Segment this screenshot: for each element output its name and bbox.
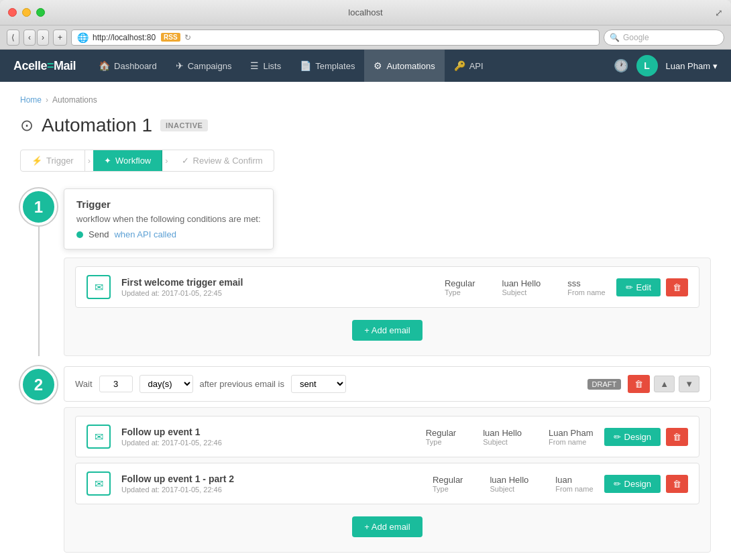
delete-button-1[interactable]: 🗑 xyxy=(666,278,688,296)
campaigns-icon: ✈ xyxy=(176,60,184,71)
add-email-button-2[interactable]: + Add email xyxy=(352,516,422,537)
trigger-popup: Trigger workflow when the following cond… xyxy=(64,188,274,249)
search-bar[interactable]: 🔍 Google xyxy=(604,30,724,46)
step-review[interactable]: ✓ Review & Confirm xyxy=(171,150,274,171)
rss-badge: RSS xyxy=(161,33,180,42)
section-2-emails-block: ✉ Follow up event 1 Updated at: 2017-01-… xyxy=(64,407,711,553)
search-placeholder: Google xyxy=(623,33,649,42)
email-meta-2-2: Regular Type luan Hello Subject luan Fro… xyxy=(433,475,594,493)
step-arrow-1: › xyxy=(85,156,93,166)
minimize-button[interactable] xyxy=(22,8,31,17)
status-dot xyxy=(76,231,83,238)
automations-icon: ⚙ xyxy=(374,60,382,71)
url-text: http://localhost:80 xyxy=(93,33,156,42)
address-bar: ⟨ ‹ › + 🌐 http://localhost:80 RSS ↻ 🔍 Go… xyxy=(0,25,731,50)
window-controls[interactable] xyxy=(8,8,45,17)
section-2: 2 Wait day(s) hour(s) after previous ema… xyxy=(20,366,711,553)
email-name-1: First welcome trigger email xyxy=(121,277,434,288)
section-2-content: Wait day(s) hour(s) after previous email… xyxy=(64,366,711,553)
main-content: Home › Automations ⊙ Automation 1 INACTI… xyxy=(0,82,731,560)
nav-dashboard-label: Dashboard xyxy=(114,61,157,71)
user-menu[interactable]: Luan Pham ▾ xyxy=(666,61,718,71)
lock-icon: 🌐 xyxy=(77,32,89,43)
add-email-container-2: + Add email xyxy=(75,510,699,544)
lists-icon: ☰ xyxy=(250,60,259,71)
nav-automations-label: Automations xyxy=(386,61,435,71)
nav-next-button[interactable]: › xyxy=(37,30,49,46)
page-title: Automation 1 xyxy=(42,115,152,136)
add-email-button-1[interactable]: + Add email xyxy=(352,320,422,341)
nav-api[interactable]: 🔑 API xyxy=(445,50,493,82)
status-select[interactable]: sent opened xyxy=(291,375,346,393)
email-info-2-2: Follow up event 1 - part 2 Updated at: 2… xyxy=(121,473,422,494)
email-info-1: First welcome trigger email Updated at: … xyxy=(121,277,434,297)
design-button-2-1[interactable]: ✏ Design xyxy=(604,428,661,446)
section-1-emails-block: ✉ First welcome trigger email Updated at… xyxy=(64,258,711,356)
move-up-button[interactable]: ▲ xyxy=(654,376,675,392)
history-icon[interactable]: 🕐 xyxy=(614,58,628,73)
nav-prev-button[interactable]: ‹ xyxy=(23,30,36,46)
brand-logo[interactable]: Acelle=Mail xyxy=(13,59,76,73)
breadcrumb-home[interactable]: Home xyxy=(20,95,42,105)
review-step-icon: ✓ xyxy=(182,156,189,166)
reload-icon[interactable]: ↻ xyxy=(184,33,191,42)
avatar: L xyxy=(636,55,658,76)
popup-description: workflow when the following conditions a… xyxy=(76,214,261,224)
close-button[interactable] xyxy=(8,8,17,17)
chevron-down-icon: ▾ xyxy=(713,61,718,71)
email-row-2-1: ✉ Follow up event 1 Updated at: 2017-01-… xyxy=(75,416,699,457)
maximize-button[interactable] xyxy=(36,8,45,17)
title-bar: localhost ⤢ xyxy=(0,0,731,25)
email-type-2-2: Regular Type xyxy=(433,475,463,493)
email-type-1: Regular Type xyxy=(445,278,475,296)
url-bar[interactable]: 🌐 http://localhost:80 RSS ↻ xyxy=(71,30,600,46)
nav-templates-label: Templates xyxy=(315,61,355,71)
trigger-step-icon: ⚡ xyxy=(32,156,42,166)
popup-title: Trigger xyxy=(76,199,261,210)
nav-arrows[interactable]: ‹ › xyxy=(23,30,49,46)
section-1-left: 1 xyxy=(20,188,57,356)
add-email-container-1: + Add email xyxy=(75,313,699,347)
email-icon-2-2: ✉ xyxy=(87,471,111,496)
edit-button-1[interactable]: ✏ Edit xyxy=(616,278,661,296)
expand-icon[interactable]: ⤢ xyxy=(715,7,723,18)
add-tab-button[interactable]: + xyxy=(53,30,67,46)
email-info-2-1: Follow up event 1 Updated at: 2017-01-05… xyxy=(121,427,415,447)
nav-right: 🕐 L Luan Pham ▾ xyxy=(614,55,718,76)
delete-button-2-2[interactable]: 🗑 xyxy=(666,475,688,493)
delete-wait-button[interactable]: 🗑 xyxy=(628,375,650,393)
nav-back-button[interactable]: ⟨ xyxy=(7,30,19,46)
workflow-step-icon: ✦ xyxy=(104,156,111,166)
step-trigger[interactable]: ⚡ Trigger xyxy=(21,150,85,171)
email-name-2-2: Follow up event 1 - part 2 xyxy=(121,473,422,484)
step-review-label: Review & Confirm xyxy=(193,156,263,166)
nav-dashboard[interactable]: 🏠 Dashboard xyxy=(89,50,166,82)
nav-templates[interactable]: 📄 Templates xyxy=(290,50,364,82)
automation-icon: ⊙ xyxy=(20,116,34,135)
move-down-button[interactable]: ▼ xyxy=(679,376,699,392)
nav-api-label: API xyxy=(469,61,484,71)
wait-input[interactable] xyxy=(99,376,133,392)
wait-label: Wait xyxy=(75,379,93,389)
nav-campaigns[interactable]: ✈ Campaigns xyxy=(166,50,241,82)
popup-status-link[interactable]: when API called xyxy=(114,229,176,239)
nav-lists[interactable]: ☰ Lists xyxy=(241,50,290,82)
email-subject-1: luan Hello Subject xyxy=(502,278,541,296)
email-updated-2-1: Updated at: 2017-01-05, 22:46 xyxy=(121,439,415,447)
steps-bar: ⚡ Trigger › ✦ Workflow › ✓ Review & Conf… xyxy=(20,150,711,172)
email-meta-1: Regular Type luan Hello Subject sss From… xyxy=(445,278,606,296)
email-updated-1: Updated at: 2017-01-05, 22:45 xyxy=(121,289,434,297)
days-select[interactable]: day(s) hour(s) xyxy=(139,375,193,393)
delete-button-2-1[interactable]: 🗑 xyxy=(666,428,688,446)
nav-automations[interactable]: ⚙ Automations xyxy=(364,50,444,82)
search-icon: 🔍 xyxy=(610,33,620,42)
section-1-content: Trigger workflow when the following cond… xyxy=(64,188,711,356)
window-title: localhost xyxy=(348,7,382,17)
pencil-icon-2-1: ✏ xyxy=(614,432,621,442)
email-row-2-2: ✉ Follow up event 1 - part 2 Updated at:… xyxy=(75,463,699,504)
wait-card: Wait day(s) hour(s) after previous email… xyxy=(64,366,711,402)
design-button-2-2[interactable]: ✏ Design xyxy=(604,475,661,493)
pencil-icon: ✏ xyxy=(626,282,633,292)
step-workflow[interactable]: ✦ Workflow xyxy=(93,150,162,171)
after-text: after previous email is xyxy=(200,379,284,389)
